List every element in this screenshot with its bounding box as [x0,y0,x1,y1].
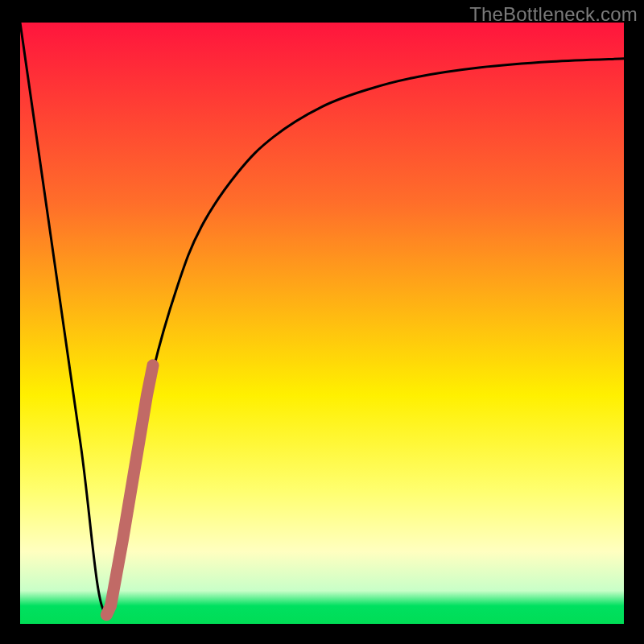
gradient-background [20,23,624,624]
plot-area [20,23,624,624]
chart-frame: TheBottleneck.com [0,0,644,644]
chart-svg [20,23,624,624]
